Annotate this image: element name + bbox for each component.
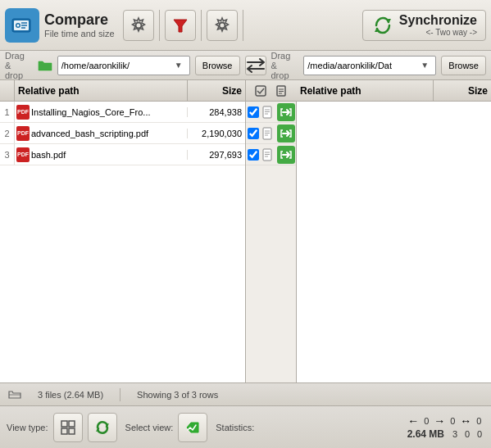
right-panel: Relative path Size [297, 80, 491, 382]
stat-val-4: 3 [450, 429, 460, 439]
svg-rect-21 [263, 128, 271, 139]
sync-title: Synchronize [399, 13, 477, 28]
brand-icon [5, 8, 39, 43]
stats-area: ← 0 → 0 ↔ 0 2.64 MB 3 0 0 [407, 414, 484, 440]
left-browse-button[interactable]: Browse [195, 56, 240, 75]
gear2-button[interactable] [207, 10, 238, 41]
row-copy-3[interactable] [277, 146, 295, 164]
view-type-btn2[interactable] [88, 413, 117, 442]
stat-val-2: 0 [448, 416, 457, 426]
left-th-size: Size [188, 80, 245, 101]
action-header [246, 80, 297, 102]
row-copy-1[interactable] [277, 103, 295, 121]
row-actions-3 [246, 144, 296, 165]
stat-val-1: 0 [421, 416, 431, 426]
left-path-wrap[interactable]: ▼ [57, 56, 190, 75]
right-th-size: Size [434, 80, 491, 101]
action-column [246, 80, 297, 382]
synchronize-button[interactable]: Synchronize <- Two way -> [362, 10, 486, 41]
toolbar-right: Synchronize <- Two way -> [362, 10, 486, 41]
row-num: 1 [0, 102, 15, 122]
brand-subtitle: File time and size [44, 29, 115, 38]
bottom-bar: View type: Select view: [0, 406, 491, 448]
left-path-input[interactable] [61, 61, 175, 70]
row-checkbox-3[interactable] [248, 149, 259, 161]
right-path-dropdown[interactable]: ▼ [421, 61, 432, 70]
brand-text: Compare File time and size [44, 11, 115, 38]
pdf-icon: PDF [15, 126, 31, 141]
select-view-label: Select view: [125, 423, 174, 432]
row-size: 2,190,030 [188, 129, 245, 138]
svg-marker-8 [174, 20, 187, 32]
row-checkbox-1[interactable] [248, 106, 259, 118]
left-table-header: Relative path Size [0, 80, 245, 102]
table-row[interactable]: 2 PDF advanced_bash_scripting.pdf 2,190,… [0, 123, 245, 144]
row-copy-2[interactable] [277, 124, 295, 143]
row-name: bash.pdf [31, 150, 188, 160]
swap-button[interactable] [245, 56, 266, 75]
svg-point-9 [219, 22, 225, 28]
left-arrow-icon[interactable]: ← [407, 414, 419, 428]
view-type-section: View type: [7, 413, 117, 442]
left-path-dropdown[interactable]: ▼ [175, 61, 186, 70]
svg-rect-32 [61, 428, 67, 434]
row-size: 284,938 [188, 107, 245, 117]
view-type-label: View type: [7, 423, 48, 432]
action-header-icon1[interactable] [252, 83, 270, 99]
sync-sub: <- Two way -> [399, 28, 477, 37]
statistics-label: Statistics: [216, 423, 254, 432]
svg-rect-33 [69, 428, 75, 434]
sync-icon[interactable]: ↔ [460, 414, 471, 428]
pdf-icon: PDF [15, 147, 31, 162]
row-checkbox-2[interactable] [248, 128, 259, 139]
statistics-section: Statistics: [216, 423, 254, 432]
main-area: Relative path Size 1 PDF Installing_Nagi… [0, 80, 491, 383]
right-arrow-icon[interactable]: → [434, 414, 445, 428]
row-actions-2 [246, 123, 296, 144]
right-path-wrap[interactable]: ▼ [303, 56, 436, 75]
stat-val-3: 0 [474, 416, 484, 426]
files-icon [8, 390, 21, 400]
row-doc-3[interactable] [261, 147, 275, 163]
stat-val-5: 0 [462, 429, 472, 439]
left-folder-icon [38, 57, 52, 74]
settings-button[interactable] [123, 10, 154, 41]
sep2 [201, 10, 202, 41]
th-num [0, 80, 15, 101]
filter-button[interactable] [165, 10, 196, 41]
table-row[interactable]: 3 PDF bash.pdf 297,693 [0, 144, 245, 165]
stats-bottom-row: 2.64 MB 3 0 0 [407, 428, 484, 440]
path-bar: Drag & drop ▼ Browse Drag & drop ▼ Brows… [0, 51, 491, 80]
right-th-path: Relative path [297, 80, 434, 101]
left-panel: Relative path Size 1 PDF Installing_Nagi… [0, 80, 246, 382]
stats-top-row: ← 0 → 0 ↔ 0 [407, 414, 484, 428]
drag-drop-right-label: Drag & drop [271, 51, 298, 80]
showing-info: Showing 3 of 3 rows [137, 390, 218, 400]
right-path-input[interactable] [307, 61, 421, 70]
drag-drop-left-label: Drag & drop [5, 51, 31, 80]
svg-point-7 [135, 22, 141, 28]
status-sep [120, 388, 120, 401]
main-toolbar: Compare File time and size [0, 0, 491, 51]
stat-val-6: 0 [475, 429, 484, 439]
action-header-icon2[interactable] [273, 83, 291, 99]
view-type-btn1[interactable] [53, 413, 83, 442]
row-name: advanced_bash_scripting.pdf [31, 129, 188, 138]
pdf-icon: PDF [15, 105, 31, 120]
brand-area: Compare File time and size [5, 8, 115, 43]
brand-title: Compare [44, 11, 115, 29]
svg-rect-25 [263, 149, 271, 161]
sep3 [243, 10, 243, 41]
status-bar: 3 files (2.64 MB) Showing 3 of 3 rows [0, 383, 491, 406]
row-doc-2[interactable] [261, 125, 275, 142]
row-name: Installing_Nagios_Core_Fro... [31, 107, 188, 117]
files-info: 3 files (2.64 MB) [38, 390, 103, 400]
table-row[interactable]: 1 PDF Installing_Nagios_Core_Fro... 284,… [0, 102, 245, 123]
stat-mb: 2.64 MB [407, 428, 444, 440]
svg-rect-30 [61, 421, 67, 427]
select-view-btn[interactable] [178, 413, 207, 442]
svg-point-3 [17, 24, 20, 26]
right-browse-button[interactable]: Browse [441, 56, 486, 75]
left-th-path: Relative path [15, 80, 188, 101]
row-doc-1[interactable] [261, 104, 275, 120]
